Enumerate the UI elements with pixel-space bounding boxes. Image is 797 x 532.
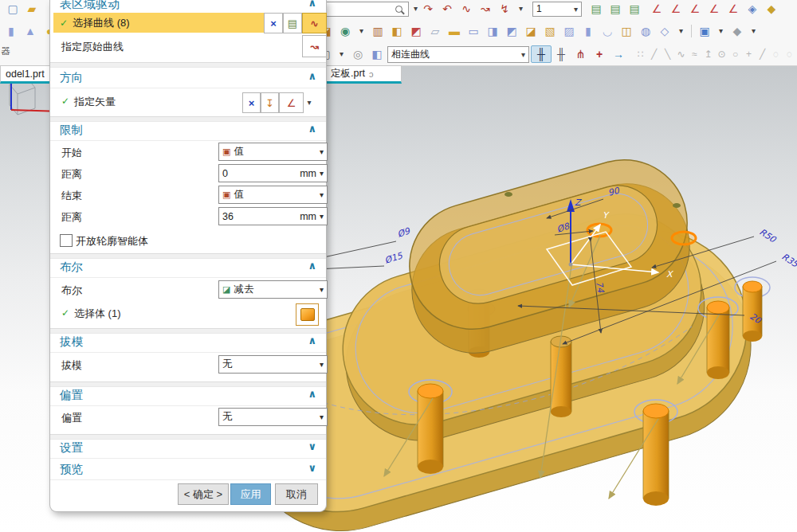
layer-select[interactable]: 1 ▾ <box>532 2 582 17</box>
end-type-select[interactable]: ▣ 值 ▾ <box>218 186 328 204</box>
layer-settings-icon[interactable]: ▤ <box>587 1 606 17</box>
boolean-dropdown[interactable]: ▾ <box>355 23 368 39</box>
snap-ghost1-icon[interactable]: ◌ <box>769 46 783 62</box>
revolve-icon[interactable]: ◩ <box>406 23 426 39</box>
collapse-section-icon[interactable]: ∧ <box>308 0 316 9</box>
more-features-icon[interactable]: ▥ <box>368 23 387 39</box>
spline-curve-icon[interactable]: ∿ <box>457 1 476 17</box>
sheet-body-icon[interactable]: ▱ <box>426 23 445 39</box>
vector-swap-button[interactable]: × <box>242 92 261 113</box>
snap-pole-icon[interactable]: ↥ <box>701 46 715 62</box>
tools-icon[interactable]: ◆ <box>762 1 781 17</box>
select-curve-highlight[interactable]: ✓ 选择曲线 (8) <box>53 13 269 33</box>
curve-tool-button[interactable]: ∿ <box>302 13 327 33</box>
marquee-dropdown[interactable]: ▾ <box>335 46 348 62</box>
snap-line-icon[interactable]: ╱ <box>756 46 769 62</box>
wireframe-cube-icon[interactable]: ◇ <box>655 23 674 39</box>
flow-direction-icon[interactable]: → <box>609 46 628 62</box>
curve-rule-select[interactable]: 相连曲线 ▾ <box>387 46 529 63</box>
feature-more-dropdown[interactable]: ▾ <box>674 23 688 39</box>
list-button[interactable]: ▤ <box>283 13 302 33</box>
offset-select[interactable]: 无 ▾ <box>218 408 328 426</box>
collapse-offset-icon[interactable]: ∧ <box>308 388 316 400</box>
vector-dropdown[interactable]: ▾ <box>304 92 315 111</box>
trim-body-icon[interactable]: ▨ <box>559 23 579 39</box>
shell-icon[interactable]: ▧ <box>540 23 559 39</box>
block-icon[interactable]: ◧ <box>387 23 406 39</box>
boolean-select[interactable]: ◪ 减去 ▾ <box>218 280 328 299</box>
vector-dialog-button[interactable]: ∠ <box>279 92 304 113</box>
general-object-filter-icon[interactable]: ◎ <box>348 46 367 62</box>
select-body-button[interactable] <box>296 303 319 326</box>
open-folder-icon[interactable]: ▰ <box>22 1 41 17</box>
stop-at-intersection-icon[interactable]: ╫ <box>531 45 552 63</box>
flange-icon[interactable]: ◡ <box>598 23 617 39</box>
specify-vector-row[interactable]: ✓ 指定矢量 × ↧ ∠ ▾ <box>50 91 326 115</box>
orig-curve-button[interactable]: ↝ <box>302 35 327 57</box>
sweep-icon[interactable]: ▭ <box>464 23 483 39</box>
render-style-dropdown[interactable]: ▾ <box>747 23 760 39</box>
select-body-row[interactable]: ✓ 选择体 (1) <box>50 303 326 327</box>
bridge-curve-icon[interactable]: ↷ <box>418 1 438 17</box>
tab-dingban[interactable]: 定板.prt ɔ <box>325 65 402 84</box>
orig-curve-row[interactable]: 指定原始曲线 ↝ <box>50 37 326 59</box>
wcs-icon[interactable]: ∠ <box>705 1 724 17</box>
open-profile-checkbox[interactable] <box>60 234 73 247</box>
cylinder-primitive-icon[interactable]: ▮ <box>2 23 21 39</box>
box-icon[interactable]: ◫ <box>617 23 636 39</box>
arc-curve-icon[interactable]: ↶ <box>438 1 457 17</box>
chamfer-icon[interactable]: ◪ <box>521 23 540 39</box>
expand-preview-icon[interactable]: ∨ <box>308 462 316 474</box>
select-chain-icon[interactable]: ⋔ <box>571 46 590 62</box>
datum-plane-icon[interactable]: ◈ <box>743 1 762 17</box>
new-file-icon[interactable]: ▢ <box>3 1 22 17</box>
snap-spline-icon[interactable]: ≈ <box>688 46 701 62</box>
subtract-icon[interactable]: ◩ <box>502 23 521 39</box>
hole-icon[interactable]: ▮ <box>579 23 598 39</box>
apply-button[interactable]: 应用 <box>230 483 271 505</box>
offset-curve-icon[interactable]: ↯ <box>495 1 514 17</box>
snap-intersection-icon[interactable]: + <box>742 46 756 62</box>
pad-icon[interactable]: ▬ <box>445 23 464 39</box>
snap-curve-icon[interactable]: ∿ <box>674 46 688 62</box>
datum-csys-icon[interactable]: ∠ <box>647 1 666 17</box>
datum-axis-icon[interactable]: ∠ <box>666 1 685 17</box>
snap-point-icon[interactable]: ∷ <box>634 46 647 62</box>
datum-axis2-icon[interactable]: ∠ <box>685 1 705 17</box>
ok-button[interactable]: < 确定 > <box>178 483 229 505</box>
snap-ghost2-icon[interactable]: ◌ <box>783 46 796 62</box>
fit-view-icon[interactable]: ▣ <box>695 23 714 39</box>
cancel-button[interactable]: 取消 <box>275 483 318 505</box>
collapse-boolean-icon[interactable]: ∧ <box>308 260 316 272</box>
render-style-icon[interactable]: ◆ <box>728 23 747 39</box>
snap-center-icon[interactable]: ⊙ <box>715 46 728 62</box>
mirror-curve-icon[interactable]: ↝ <box>476 1 495 17</box>
start-type-select[interactable]: ▣ 值 ▾ <box>218 143 328 161</box>
solid-body-filter-icon[interactable]: ◧ <box>367 46 387 62</box>
start-distance-input[interactable]: 0 mm ▾ <box>218 164 328 182</box>
collapse-direction-icon[interactable]: ∧ <box>308 70 316 82</box>
follow-curve-icon[interactable]: ╫ <box>552 46 571 62</box>
select-related-icon[interactable]: + <box>590 46 609 62</box>
select-curve-row[interactable]: ✓ 选择曲线 (8) × ▤ ∿ <box>50 13 326 35</box>
layer-visible-icon[interactable]: ▤ <box>606 1 625 17</box>
unite-icon[interactable]: ◨ <box>483 23 502 39</box>
fit-dropdown[interactable]: ▾ <box>714 23 728 39</box>
snap-midpoint-icon[interactable]: ╲ <box>661 46 674 62</box>
draft-select[interactable]: 无 ▾ <box>218 355 328 374</box>
vector-inferred-button[interactable]: ↧ <box>261 92 279 113</box>
curve-more-dropdown[interactable]: ▾ <box>514 1 528 17</box>
snap-endpoint-icon[interactable]: ╱ <box>647 46 661 62</box>
boolean-icon[interactable]: ◉ <box>336 23 355 39</box>
wcs-orient-icon[interactable]: ∠ <box>724 1 743 17</box>
collapse-limits-icon[interactable]: ∧ <box>308 123 316 135</box>
snap-circle-icon[interactable]: ○ <box>728 46 742 62</box>
cone-primitive-icon[interactable]: ▲ <box>21 23 40 39</box>
command-search-input[interactable] <box>313 2 409 17</box>
layer-category-icon[interactable]: ▤ <box>625 1 644 17</box>
end-distance-input[interactable]: 36 mm ▾ <box>218 207 328 225</box>
datum-sphere-icon[interactable]: ◍ <box>636 23 655 39</box>
expand-settings-icon[interactable]: ∨ <box>308 440 316 452</box>
collapse-draft-icon[interactable]: ∧ <box>308 334 316 346</box>
swap-selection-button[interactable]: × <box>264 13 283 33</box>
